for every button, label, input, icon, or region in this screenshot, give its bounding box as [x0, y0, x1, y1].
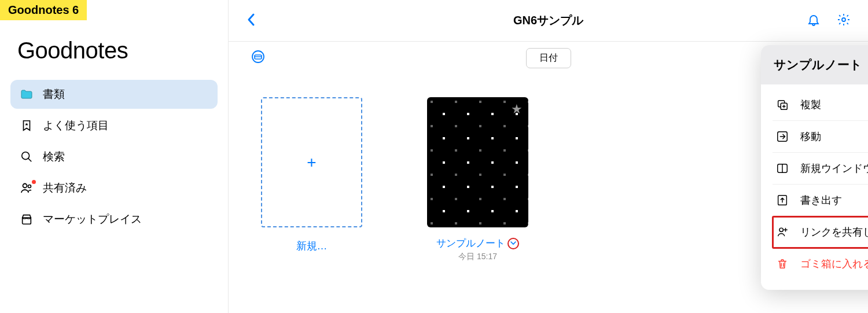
svg-point-4 [842, 18, 845, 21]
note-date: 今日 15:17 [458, 252, 497, 262]
page-title: GN6サンプル [513, 13, 583, 28]
star-icon[interactable]: ★ [511, 102, 523, 117]
sidebar-item-label: 検索 [43, 149, 65, 164]
trash-icon [775, 256, 790, 271]
menu-label: 複製 [800, 98, 821, 112]
menu-duplicate[interactable]: 複製 [773, 89, 868, 121]
svg-point-2 [23, 184, 27, 188]
sort-button[interactable]: 日付 [526, 48, 571, 68]
sidebar-item-label: よく使う項目 [43, 118, 109, 133]
plus-icon: + [307, 153, 316, 172]
search-icon [20, 150, 34, 164]
menu-label: リンクを共有して共同作業 [800, 225, 868, 239]
popover-title: サンプルノート [774, 57, 862, 73]
menu-export[interactable]: 書き出す [773, 185, 868, 216]
main-area: GN6サンプル 日付 [229, 0, 868, 313]
new-tile[interactable]: + [261, 97, 362, 227]
back-button[interactable] [246, 12, 256, 30]
shop-icon [20, 212, 34, 226]
share-person-icon [775, 224, 790, 240]
app-badge: Goodnotes 6 [0, 0, 87, 20]
move-icon [775, 129, 790, 144]
sidebar-item-label: マーケットプレイス [43, 212, 142, 227]
sidebar-item-documents[interactable]: 書類 [10, 80, 218, 109]
note-title[interactable]: サンプルノート [436, 237, 505, 250]
export-icon [775, 193, 790, 208]
header: GN6サンプル [229, 0, 868, 42]
bookmark-star-icon [20, 119, 34, 132]
sidebar-item-favorites[interactable]: よく使う項目 [10, 111, 218, 140]
sidebar-item-shared[interactable]: 共有済み [10, 174, 218, 202]
gear-icon[interactable] [837, 13, 851, 29]
svg-point-3 [28, 185, 31, 188]
svg-point-19 [779, 228, 783, 231]
svg-point-0 [22, 152, 30, 160]
context-menu: サンプルノート 複製 移動 [761, 45, 868, 290]
logo: Goodnotes [17, 38, 211, 64]
sidebar-item-marketplace[interactable]: マーケットプレイス [10, 205, 218, 234]
filter-icon[interactable] [249, 50, 267, 66]
new-item: + 新規… [261, 97, 362, 262]
menu-move[interactable]: 移動 [773, 121, 868, 153]
window-icon [775, 161, 790, 176]
menu-label: 新規ウインドウで開く [800, 161, 868, 175]
note-item: ★ サンプルノート 今日 15:17 [427, 97, 528, 262]
folder-icon [20, 87, 34, 101]
menu-label: ゴミ箱に入れる [800, 257, 868, 271]
people-icon [20, 181, 34, 195]
note-menu-button[interactable] [507, 238, 519, 249]
sidebar-item-search[interactable]: 検索 [10, 142, 218, 171]
note-thumbnail[interactable]: ★ [427, 97, 528, 227]
menu-new-window[interactable]: 新規ウインドウで開く [773, 153, 868, 185]
sidebar-item-label: 共有済み [43, 181, 87, 196]
sidebar: Goodnotes 書類 よく使う項目 検索 共有済み [0, 0, 229, 313]
menu-label: 移動 [800, 130, 821, 143]
menu-label: 書き出す [800, 193, 842, 207]
svg-line-1 [28, 159, 32, 162]
duplicate-icon [775, 97, 790, 112]
new-label[interactable]: 新規… [296, 239, 328, 253]
menu-trash[interactable]: ゴミ箱に入れる [773, 248, 868, 279]
menu-share-link[interactable]: リンクを共有して共同作業 [773, 216, 868, 248]
popover-header: サンプルノート [761, 45, 868, 84]
sidebar-item-label: 書類 [43, 87, 65, 102]
bell-icon[interactable] [807, 13, 821, 29]
